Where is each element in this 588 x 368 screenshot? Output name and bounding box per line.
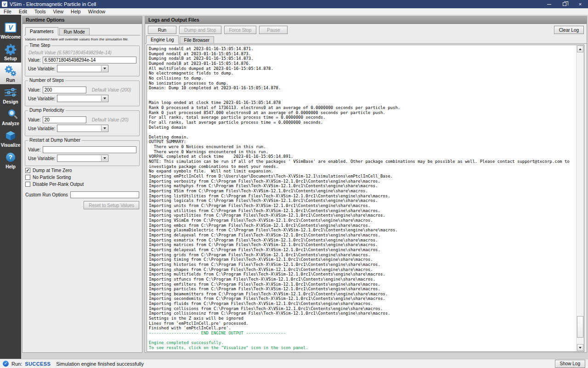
time-step-variable-dropdown[interactable] bbox=[57, 65, 108, 72]
log-line: There were 0 Notices encountered in this… bbox=[149, 144, 574, 150]
close-button[interactable]: × bbox=[572, 0, 588, 8]
value-label: Value: bbox=[28, 147, 41, 152]
engine-log-view[interactable]: Dumping nodalE at 2023-01-16-15:05:14.87… bbox=[147, 45, 584, 352]
time-step-value-input[interactable] bbox=[43, 57, 136, 63]
log-line: Dumping nodalB at 2023-01-16-15:05:14.87… bbox=[149, 56, 574, 61]
log-line: Importing collisionsinz from C:\Program … bbox=[149, 311, 574, 316]
status-bar: ✓ Run: SUCCESS Simulation engine finishe… bbox=[0, 359, 588, 368]
menu-window[interactable]: Window bbox=[85, 8, 109, 15]
logs-panel-header: Logs and Output Files bbox=[145, 17, 587, 24]
dump-periodicity-variable-dropdown[interactable] bbox=[57, 125, 108, 132]
logs-tabbar: Engine Log File Browser bbox=[145, 35, 587, 44]
main-area: V Welcome Setup Run Design bbox=[0, 15, 588, 359]
sidebar-item-analyze[interactable]: Analyze bbox=[0, 106, 21, 127]
sidebar-item-label: Run bbox=[6, 78, 15, 83]
log-line: Dumped nodalB at 2023-01-16-15:05:14.876… bbox=[149, 61, 574, 66]
sidebar-item-visualize[interactable]: Visualize bbox=[0, 127, 21, 149]
log-line: Importing multifields from C:\Program Fi… bbox=[149, 272, 574, 277]
runtime-options-panel: Runtime Options Parameters Run Mode Valu… bbox=[22, 16, 142, 353]
log-line: Settings in the Z axis will be ignored bbox=[149, 316, 574, 321]
menu-edit[interactable]: Edit bbox=[15, 8, 31, 15]
log-line: Rank 0 just processed 8547.000 electrons… bbox=[149, 110, 574, 115]
log-line: Importing beamemitters from C:\Program F… bbox=[149, 292, 574, 297]
engine-log-content: Dumping nodalE at 2023-01-16-15:05:14.87… bbox=[147, 45, 576, 351]
reset-to-setup-values-button[interactable]: Reset to Setup Values bbox=[84, 201, 139, 209]
disable-per-rank-output-checkbox[interactable] bbox=[25, 182, 30, 187]
menu-help[interactable]: Help bbox=[67, 8, 85, 15]
tab-engine-log[interactable]: Engine Log bbox=[146, 35, 179, 44]
log-line: Importing listUtilities from C:\Program … bbox=[149, 194, 574, 199]
icon-panel: V Welcome Setup Run Design bbox=[0, 15, 21, 359]
group-title: Dump Periodicity bbox=[28, 108, 66, 113]
log-line: Importing timing from C:\Program Files\T… bbox=[149, 257, 574, 262]
sidebar-item-run[interactable]: Run bbox=[0, 63, 21, 84]
clear-log-button[interactable]: Clear Log bbox=[554, 26, 584, 34]
dump-at-time-zero-row: Dump at Time Zero bbox=[25, 168, 139, 173]
minimize-button[interactable] bbox=[541, 0, 557, 8]
success-check-icon: ✓ bbox=[3, 361, 9, 367]
value-label: Value: bbox=[28, 117, 41, 122]
sliders-icon bbox=[5, 86, 17, 99]
restart-variable-dropdown[interactable] bbox=[57, 155, 108, 162]
restart-value-input[interactable] bbox=[43, 146, 136, 153]
dump-periodicity-value-input[interactable] bbox=[43, 116, 86, 123]
no-particle-sorting-checkbox[interactable] bbox=[25, 175, 30, 180]
scroll-up-icon[interactable] bbox=[577, 46, 583, 52]
log-line: Engine completed successfully. bbox=[149, 340, 574, 345]
vsim-logo-icon: V bbox=[2, 1, 7, 7]
number-of-steps-variable-dropdown[interactable] bbox=[57, 95, 108, 102]
log-line: Importing histories from C:\Program File… bbox=[149, 262, 574, 267]
window-title: VSim - Electromagnetic Particle in Cell bbox=[10, 1, 541, 7]
log-line: Importing plasmaDielectric from C:\Progr… bbox=[149, 228, 574, 233]
custom-run-options-input[interactable] bbox=[70, 191, 139, 198]
menu-file[interactable]: File bbox=[0, 8, 15, 15]
sidebar-item-design[interactable]: Design bbox=[0, 84, 21, 106]
log-line: No collisions to dump. bbox=[149, 76, 574, 81]
log-line: Deleting domain bbox=[149, 125, 574, 130]
log-line: Importing fluids from C:\Program Files\T… bbox=[149, 301, 574, 306]
log-line: Importing stfuncs from C:\Program Files\… bbox=[149, 277, 574, 282]
run-button[interactable]: Run bbox=[148, 26, 176, 34]
log-scrollbar[interactable] bbox=[576, 45, 584, 351]
log-line: For all ranks, total average particle pr… bbox=[149, 115, 574, 120]
log-line: Importing logicals from C:\Program Files… bbox=[149, 198, 574, 203]
tab-run-mode[interactable]: Run Mode bbox=[59, 28, 90, 35]
status-run-label: Run: bbox=[11, 361, 22, 367]
show-log-button[interactable]: Show Log bbox=[555, 360, 585, 368]
sidebar-item-label: Visualize bbox=[1, 143, 21, 148]
panels-area: Runtime Options Parameters Run Mode Valu… bbox=[21, 15, 588, 359]
use-variable-label: Use Variable: bbox=[28, 96, 55, 101]
number-of-steps-value-input[interactable] bbox=[43, 86, 86, 93]
pause-button[interactable]: Pause bbox=[259, 26, 288, 34]
log-line: Importing shapes from C:\Program Files\T… bbox=[149, 267, 574, 272]
log-line bbox=[149, 96, 574, 101]
menu-view[interactable]: View bbox=[50, 8, 68, 15]
log-line: Importing mathphys from C:\Program Files… bbox=[149, 184, 574, 189]
scrollbar-thumb[interactable] bbox=[577, 316, 583, 338]
magnifier-icon bbox=[8, 108, 13, 121]
chevron-down-icon bbox=[101, 96, 107, 101]
log-line: Importing emPtclInCell from D:\Users\qar… bbox=[149, 174, 574, 179]
dump-at-time-zero-checkbox[interactable] bbox=[25, 168, 30, 173]
dump-and-stop-button[interactable]: Dump and Stop bbox=[179, 26, 221, 34]
log-line: Importing verbosity from C:\Program File… bbox=[149, 179, 574, 184]
menu-tools[interactable]: Tools bbox=[31, 8, 50, 15]
sidebar-item-label: Help bbox=[6, 164, 16, 169]
log-line: Importing utilities from C:\Program File… bbox=[149, 208, 574, 213]
log-line: Main loop ended at clock time 2023-01-16… bbox=[149, 100, 574, 105]
log-line: Importing matrices from C:\Program Files… bbox=[149, 242, 574, 247]
scroll-down-icon[interactable] bbox=[577, 344, 583, 351]
sidebar-item-setup[interactable]: Setup bbox=[0, 41, 21, 63]
force-stop-button[interactable]: Force Stop bbox=[224, 26, 257, 34]
sidebar-item-label: Setup bbox=[4, 56, 17, 61]
tab-parameters[interactable]: Parameters bbox=[25, 27, 58, 35]
menu-bar: File Edit Tools View Help Window bbox=[0, 8, 588, 15]
restore-icon bbox=[563, 2, 566, 6]
tab-file-browser[interactable]: File Browser bbox=[180, 36, 215, 43]
restore-button[interactable] bbox=[557, 0, 572, 8]
sidebar-item-help[interactable]: ? Help bbox=[0, 149, 21, 171]
no-particle-sorting-row: No Particle Sorting bbox=[25, 175, 139, 180]
chevron-down-icon bbox=[101, 155, 107, 161]
sidebar-item-welcome[interactable]: V Welcome bbox=[0, 19, 21, 41]
question-icon: ? bbox=[6, 151, 15, 164]
